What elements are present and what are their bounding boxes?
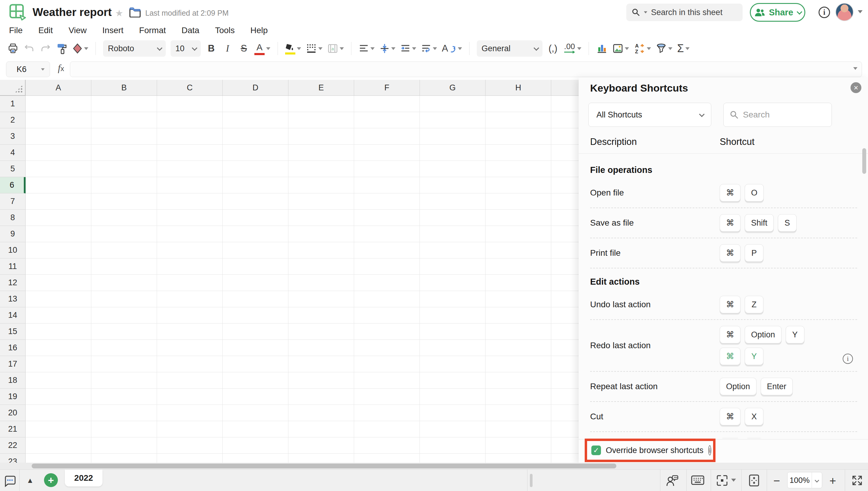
override-shortcuts-checkbox[interactable]: ✓ xyxy=(591,445,601,455)
menu-item-edit[interactable]: Edit xyxy=(38,26,53,35)
column-header-G[interactable]: G xyxy=(420,80,485,96)
search-options-caret-icon[interactable] xyxy=(644,11,647,13)
cell-F17[interactable] xyxy=(354,356,420,372)
split-view-icon[interactable] xyxy=(716,474,729,488)
undo-button[interactable] xyxy=(24,44,35,53)
cell-B4[interactable] xyxy=(91,145,157,161)
cell-G21[interactable] xyxy=(420,421,485,437)
cell-E19[interactable] xyxy=(288,388,354,405)
cell-B13[interactable] xyxy=(91,291,157,307)
cell-F5[interactable] xyxy=(354,161,420,177)
fill-color-button[interactable] xyxy=(285,43,301,55)
cell-B7[interactable] xyxy=(91,193,157,210)
text-wrap-button[interactable] xyxy=(421,44,437,53)
column-header-E[interactable]: E xyxy=(288,80,354,96)
cell-H12[interactable] xyxy=(485,275,551,291)
column-header-C[interactable]: C xyxy=(157,80,223,96)
menu-item-view[interactable]: View xyxy=(68,26,86,35)
cell-G8[interactable] xyxy=(420,210,485,226)
cell-B12[interactable] xyxy=(91,275,157,291)
cell-C1[interactable] xyxy=(157,96,223,112)
sheet-list-button[interactable]: ▲ xyxy=(27,476,34,485)
cell-C5[interactable] xyxy=(157,161,223,177)
cell-B11[interactable] xyxy=(91,258,157,275)
cell-F11[interactable] xyxy=(354,258,420,275)
row-header-1[interactable]: 1 xyxy=(0,96,26,112)
borders-button[interactable] xyxy=(306,43,323,54)
cell-H23[interactable] xyxy=(485,454,551,463)
menu-item-help[interactable]: Help xyxy=(250,26,268,35)
cell-G17[interactable] xyxy=(420,356,485,372)
cell-D1[interactable] xyxy=(223,96,288,112)
row-header-7[interactable]: 7 xyxy=(0,193,26,210)
cell-F13[interactable] xyxy=(354,291,420,307)
cell-G2[interactable] xyxy=(420,112,485,128)
cell-F4[interactable] xyxy=(354,145,420,161)
cell-A21[interactable] xyxy=(26,421,91,437)
cell-C11[interactable] xyxy=(157,258,223,275)
cell-A7[interactable] xyxy=(26,193,91,210)
select-all-corner[interactable] xyxy=(0,80,26,96)
cell-H10[interactable] xyxy=(485,242,551,258)
cell-C22[interactable] xyxy=(157,437,223,454)
cell-C19[interactable] xyxy=(157,388,223,405)
cell-F16[interactable] xyxy=(354,340,420,356)
cell-D2[interactable] xyxy=(223,112,288,128)
cell-F19[interactable] xyxy=(354,388,420,405)
menu-item-insert[interactable]: Insert xyxy=(103,26,123,35)
font-family-select[interactable]: Roboto xyxy=(103,40,166,57)
row-header-12[interactable]: 12 xyxy=(0,275,26,291)
panel-scrollbar-thumb[interactable] xyxy=(862,148,866,174)
column-header-D[interactable]: D xyxy=(223,80,288,96)
cell-B2[interactable] xyxy=(91,112,157,128)
cell-A6[interactable] xyxy=(26,177,91,193)
cell-E21[interactable] xyxy=(288,421,354,437)
cell-D15[interactable] xyxy=(223,323,288,340)
cell-C3[interactable] xyxy=(157,128,223,145)
shortcut-info-icon[interactable]: i xyxy=(843,354,853,364)
sort-button[interactable]: AZ xyxy=(634,43,651,54)
row-header-11[interactable]: 11 xyxy=(0,258,26,275)
menu-item-format[interactable]: Format xyxy=(139,26,166,35)
comma-format-button[interactable]: (,) xyxy=(547,43,559,54)
row-header-23[interactable]: 23 xyxy=(0,454,26,463)
sheet-search-box[interactable]: Search in this sheet xyxy=(626,4,743,21)
cell-C7[interactable] xyxy=(157,193,223,210)
row-header-6[interactable]: 6 xyxy=(0,177,26,193)
cell-G5[interactable] xyxy=(420,161,485,177)
decimal-format-button[interactable]: .00 xyxy=(564,43,581,54)
row-header-20[interactable]: 20 xyxy=(0,405,26,421)
cell-E22[interactable] xyxy=(288,437,354,454)
cell-B3[interactable] xyxy=(91,128,157,145)
cell-F14[interactable] xyxy=(354,307,420,323)
cell-A11[interactable] xyxy=(26,258,91,275)
cell-B16[interactable] xyxy=(91,340,157,356)
row-header-16[interactable]: 16 xyxy=(0,340,26,356)
row-header-21[interactable]: 21 xyxy=(0,421,26,437)
cell-F23[interactable] xyxy=(354,454,420,463)
cell-F21[interactable] xyxy=(354,421,420,437)
cell-D11[interactable] xyxy=(223,258,288,275)
cell-F12[interactable] xyxy=(354,275,420,291)
fit-to-screen-icon[interactable] xyxy=(748,474,760,488)
column-header-B[interactable]: B xyxy=(91,80,157,96)
cell-G14[interactable] xyxy=(420,307,485,323)
fullscreen-icon[interactable] xyxy=(850,474,864,488)
cell-G3[interactable] xyxy=(420,128,485,145)
cell-H22[interactable] xyxy=(485,437,551,454)
zoom-in-button[interactable]: + xyxy=(830,474,836,487)
cell-B18[interactable] xyxy=(91,372,157,388)
cell-C9[interactable] xyxy=(157,226,223,242)
row-header-15[interactable]: 15 xyxy=(0,323,26,340)
cell-D12[interactable] xyxy=(223,275,288,291)
cell-A23[interactable] xyxy=(26,454,91,463)
cell-H6[interactable] xyxy=(485,177,551,193)
zoom-level-select[interactable]: 100% xyxy=(787,472,822,488)
cell-G11[interactable] xyxy=(420,258,485,275)
cell-E17[interactable] xyxy=(288,356,354,372)
cell-A16[interactable] xyxy=(26,340,91,356)
cell-C6[interactable] xyxy=(157,177,223,193)
cell-A19[interactable] xyxy=(26,388,91,405)
cell-F6[interactable] xyxy=(354,177,420,193)
cell-E1[interactable] xyxy=(288,96,354,112)
